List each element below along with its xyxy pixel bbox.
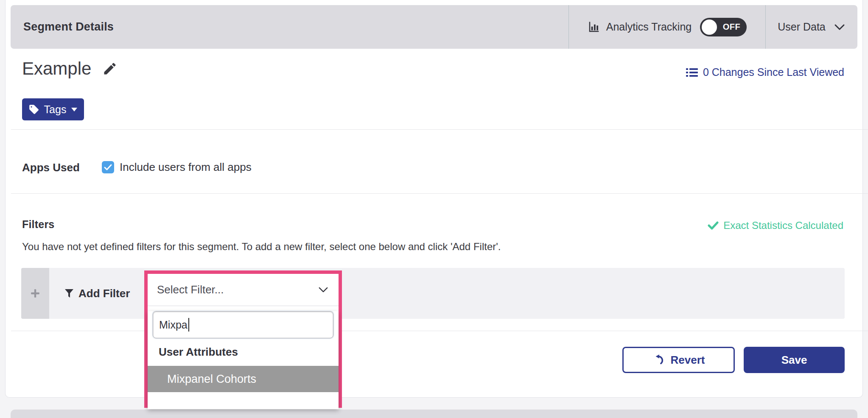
filters-description: You have not yet defined filters for thi… (22, 241, 501, 253)
toggle-knob (702, 20, 717, 35)
checkbox-checked-icon[interactable] (102, 161, 114, 173)
user-data-dropdown[interactable]: User Data (765, 5, 857, 49)
dropdown-option-mixpanel-cohorts[interactable]: Mixpanel Cohorts (148, 366, 339, 392)
include-all-apps-label: Include users from all apps (120, 161, 252, 174)
filter-search-input[interactable]: Mixpa (153, 311, 333, 338)
user-data-label: User Data (778, 21, 826, 33)
next-section-header-bar (11, 410, 857, 418)
caret-down-icon (71, 107, 78, 112)
filter-dropdown-highlight-box: Select Filter... Mixpa User Attributes M… (144, 270, 342, 408)
text-cursor (188, 318, 189, 332)
changes-link-label: 0 Changes Since Last Viewed (703, 66, 844, 78)
add-filter-plus-button[interactable] (21, 268, 49, 319)
plus-icon (30, 288, 40, 298)
select-filter-dropdown[interactable]: Select Filter... (148, 274, 339, 306)
revert-button[interactable]: Revert (622, 347, 735, 373)
analytics-tracking-label: Analytics Tracking (606, 21, 692, 33)
include-all-apps-checkbox-row[interactable]: Include users from all apps (102, 161, 252, 174)
revert-button-label: Revert (671, 354, 705, 367)
analytics-tracking-toggle[interactable]: OFF (700, 18, 747, 36)
dropdown-group-user-attributes: User Attributes (148, 346, 339, 359)
apps-used-label: Apps Used (22, 161, 80, 174)
select-filter-placeholder: Select Filter... (157, 283, 224, 296)
analytics-tracking-section: Analytics Tracking OFF (568, 5, 765, 49)
check-icon (708, 221, 719, 230)
section-divider (11, 331, 868, 331)
save-button-label: Save (781, 354, 807, 367)
tags-button-label: Tags (44, 103, 67, 116)
filter-search-value: Mixpa (159, 319, 188, 331)
edit-pencil-icon[interactable] (102, 61, 118, 76)
tags-button[interactable]: Tags (22, 98, 84, 120)
change-list-icon (686, 67, 698, 78)
toggle-state-label: OFF (723, 22, 741, 32)
tag-icon (28, 104, 39, 115)
section-divider (11, 193, 868, 194)
segment-title-row: Example (22, 59, 118, 79)
section-divider (11, 129, 868, 130)
exact-statistics-label: Exact Statistics Calculated (723, 220, 843, 231)
chevron-down-icon (318, 287, 328, 293)
add-filter-label: Add Filter (78, 287, 130, 300)
filter-funnel-icon (64, 289, 74, 298)
segment-details-page: Segment Details Analytics Tracking OFF U… (0, 0, 868, 418)
changes-since-last-viewed-link[interactable]: 0 Changes Since Last Viewed (686, 66, 844, 78)
card-header-bar: Segment Details Analytics Tracking OFF U… (11, 5, 857, 49)
chevron-down-icon (834, 24, 845, 31)
filter-dropdown-panel: Mixpa User Attributes Mixpanel Cohorts (148, 311, 339, 409)
segment-name: Example (22, 59, 91, 79)
save-button[interactable]: Save (744, 347, 845, 373)
add-filter-label-group: Add Filter (64, 268, 130, 319)
undo-icon (652, 354, 664, 366)
bar-chart-icon (588, 21, 600, 33)
segment-details-card (5, 0, 863, 398)
filters-section-label: Filters (22, 218, 54, 231)
exact-statistics-status: Exact Statistics Calculated (708, 220, 843, 231)
page-title: Segment Details (11, 20, 114, 33)
